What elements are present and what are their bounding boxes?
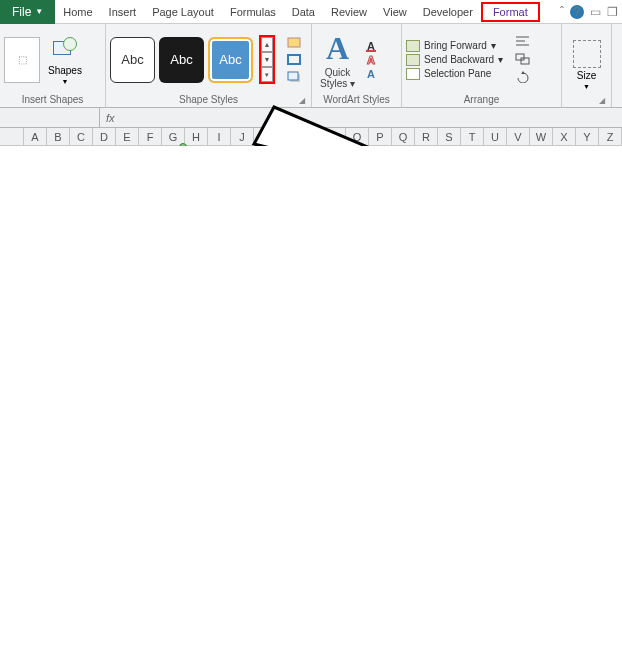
svg-rect-11: [516, 54, 524, 60]
shapes-label: Shapes: [48, 65, 82, 76]
group-shape-styles: Abc Abc Abc ▲ ▼ ▾ Shape Styles ◢: [106, 24, 312, 107]
tab-insert[interactable]: Insert: [101, 2, 145, 22]
wordart-format-buttons: A A A: [365, 40, 381, 80]
size-launcher-icon[interactable]: ◢: [599, 96, 605, 105]
quick-label: Quick: [325, 67, 351, 78]
column-header[interactable]: I: [208, 128, 231, 145]
bring-forward-icon: [406, 40, 420, 52]
group-icon[interactable]: [515, 53, 531, 67]
tab-format[interactable]: Format: [481, 2, 540, 22]
name-box[interactable]: [0, 108, 100, 127]
svg-rect-1: [288, 55, 300, 64]
tab-review[interactable]: Review: [323, 2, 375, 22]
quick-styles-button[interactable]: A Quick Styles ▾: [320, 30, 355, 89]
svg-rect-0: [288, 38, 300, 47]
column-header[interactable]: X: [553, 128, 576, 145]
selection-pane-button[interactable]: Selection Pane: [406, 68, 503, 80]
shape-outline-icon[interactable]: [287, 53, 307, 67]
svg-rect-12: [521, 58, 529, 64]
shape-style-2[interactable]: Abc: [159, 37, 204, 83]
column-header[interactable]: R: [415, 128, 438, 145]
send-backward-label: Send Backward: [424, 54, 494, 65]
styles-label: Styles ▾: [320, 78, 355, 89]
spreadsheet-grid: ABCDEFGHIJKLMNOPQRSTUVWXYZ 1234567891011…: [0, 128, 622, 146]
column-header[interactable]: E: [116, 128, 139, 145]
file-dropdown-icon: ▼: [35, 7, 43, 16]
shape-style-3-selected[interactable]: Abc: [208, 37, 253, 83]
group-label-insert-shapes: Insert Shapes: [4, 93, 101, 107]
ribbon-collapse-icon[interactable]: ˆ: [560, 5, 564, 19]
bring-forward-label: Bring Forward: [424, 40, 487, 51]
send-backward-button[interactable]: Send Backward ▾: [406, 54, 503, 66]
select-all-corner[interactable]: [0, 128, 24, 145]
group-label-arrange: Arrange: [406, 93, 557, 107]
group-label-shape-styles-text: Shape Styles: [179, 94, 238, 105]
shapes-dropdown-icon: ▼: [61, 78, 68, 85]
file-tab-label: File: [12, 5, 31, 19]
size-label: Size: [577, 70, 596, 81]
fx-icon[interactable]: fx: [100, 112, 121, 124]
help-icon[interactable]: ?: [570, 5, 584, 19]
size-icon[interactable]: [573, 40, 601, 68]
group-wordart: A Quick Styles ▾ A A A WordArt Styles: [312, 24, 402, 107]
selection-pane-label: Selection Pane: [424, 68, 491, 79]
shapes-button[interactable]: Shapes ▼: [48, 35, 82, 85]
column-header[interactable]: S: [438, 128, 461, 145]
bring-forward-button[interactable]: Bring Forward ▾: [406, 40, 503, 52]
restore-icon[interactable]: ❐: [607, 5, 618, 19]
column-header[interactable]: A: [24, 128, 47, 145]
svg-rect-3: [288, 72, 298, 80]
window-controls: ˆ ? ▭ ❐: [560, 5, 618, 19]
rotate-icon[interactable]: [515, 71, 531, 85]
tab-developer[interactable]: Developer: [415, 2, 481, 22]
wordart-letter-icon: A: [326, 30, 349, 67]
column-header[interactable]: W: [530, 128, 553, 145]
tab-home[interactable]: Home: [55, 2, 100, 22]
ribbon: ⬚ Shapes ▼ Insert Shapes Abc Abc Abc ▲ ▼…: [0, 24, 622, 108]
shape-fill-icon[interactable]: [287, 36, 307, 50]
gallery-more-icon[interactable]: ▾: [261, 67, 273, 82]
tab-formulas[interactable]: Formulas: [222, 2, 284, 22]
column-header[interactable]: Y: [576, 128, 599, 145]
tab-data[interactable]: Data: [284, 2, 323, 22]
file-tab[interactable]: File ▼: [0, 0, 55, 24]
column-header[interactable]: C: [70, 128, 93, 145]
shape-fill-buttons: [287, 36, 307, 84]
svg-text:A: A: [367, 54, 375, 66]
svg-rect-5: [366, 50, 376, 52]
shape-effects-icon[interactable]: [287, 70, 307, 84]
column-header[interactable]: D: [93, 128, 116, 145]
send-backward-icon: [406, 54, 420, 66]
size-dropdown-icon: ▼: [583, 83, 590, 90]
tab-page-layout[interactable]: Page Layout: [144, 2, 222, 22]
gallery-down-icon[interactable]: ▼: [261, 52, 273, 67]
selection-pane-icon: [406, 68, 420, 80]
svg-text:A: A: [367, 68, 375, 80]
column-header[interactable]: U: [484, 128, 507, 145]
shape-style-1[interactable]: Abc: [110, 37, 155, 83]
group-insert-shapes: ⬚ Shapes ▼ Insert Shapes: [0, 24, 106, 107]
text-effects-icon[interactable]: A: [365, 68, 381, 80]
ribbon-tabs: File ▼ Home Insert Page Layout Formulas …: [0, 0, 622, 24]
tab-view[interactable]: View: [375, 2, 415, 22]
callout-tail: [244, 104, 414, 146]
shape-styles-gallery-spinner: ▲ ▼ ▾: [259, 35, 275, 84]
column-header[interactable]: V: [507, 128, 530, 145]
minimize-icon[interactable]: ▭: [590, 5, 601, 19]
column-header[interactable]: H: [185, 128, 208, 145]
column-header[interactable]: Z: [599, 128, 622, 145]
text-fill-icon[interactable]: A: [365, 40, 381, 52]
align-icon[interactable]: [515, 35, 531, 49]
shape-gallery-panel[interactable]: ⬚: [4, 37, 40, 83]
column-header[interactable]: T: [461, 128, 484, 145]
group-size: Size ▼ ◢: [562, 24, 612, 107]
text-outline-icon[interactable]: A: [365, 54, 381, 66]
column-header[interactable]: B: [47, 128, 70, 145]
column-header[interactable]: F: [139, 128, 162, 145]
shapes-icon: [51, 35, 79, 63]
gallery-up-icon[interactable]: ▲: [261, 37, 273, 52]
group-arrange: Bring Forward ▾ Send Backward ▾ Selectio…: [402, 24, 562, 107]
